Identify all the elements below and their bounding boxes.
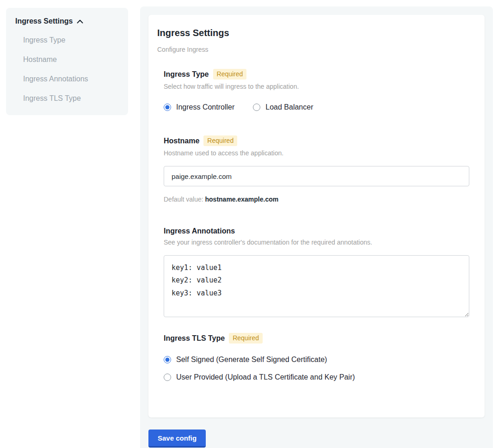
section-ingress-annotations: Ingress Annotations See your ingress con… — [164, 227, 469, 319]
required-badge: Required — [229, 333, 263, 344]
ingress-annotations-textarea[interactable]: key1: value1 key2: value2 key3: value3 — [164, 255, 469, 317]
sidebar-group-label: Ingress Settings — [15, 17, 73, 25]
section-head: Ingress Type Required — [164, 69, 469, 80]
required-badge: Required — [213, 69, 247, 80]
radio-icon[interactable] — [164, 356, 171, 363]
chevron-up-icon — [77, 19, 83, 24]
sidebar-item-ingress-annotations[interactable]: Ingress Annotations — [23, 74, 119, 84]
radio-option-load-balancer[interactable]: Load Balancer — [253, 103, 313, 111]
radio-option-self-signed[interactable]: Self Signed (Generate Self Signed Certif… — [164, 356, 469, 364]
radio-label: User Provided (Upload a TLS Certificate … — [176, 373, 355, 381]
radio-option-ingress-controller[interactable]: Ingress Controller — [164, 103, 234, 111]
section-title: Ingress TLS Type — [164, 334, 225, 343]
tls-type-options: Self Signed (Generate Self Signed Certif… — [164, 356, 469, 381]
radio-icon[interactable] — [253, 104, 260, 111]
save-config-button[interactable]: Save config — [148, 430, 206, 448]
sidebar-item-ingress-type[interactable]: Ingress Type — [23, 35, 119, 45]
section-help: Select how traffic will ingress to the a… — [164, 83, 469, 90]
default-value-prefix: Default value: — [164, 196, 203, 203]
hostname-default-value: Default value: hostname.example.com — [164, 196, 469, 203]
section-help: See your ingress controller's documentat… — [164, 239, 469, 246]
config-nav-sidebar: Ingress Settings Ingress Type Hostname I… — [6, 8, 128, 115]
radio-icon[interactable] — [164, 104, 171, 111]
sidebar-item-ingress-tls-type[interactable]: Ingress TLS Type — [23, 93, 119, 103]
ingress-settings-card: Ingress Settings Configure Ingress Ingre… — [148, 15, 485, 417]
page-layout: Ingress Settings Ingress Type Hostname I… — [0, 0, 504, 448]
radio-label: Load Balancer — [265, 103, 313, 111]
section-head: Ingress Annotations — [164, 227, 469, 235]
ingress-type-options: Ingress Controller Load Balancer — [164, 103, 469, 111]
required-badge: Required — [203, 135, 237, 146]
section-ingress-tls-type: Ingress TLS Type Required Self Signed (G… — [164, 333, 469, 381]
section-title: Ingress Type — [164, 70, 209, 79]
section-head: Hostname Required — [164, 135, 469, 146]
hostname-input[interactable] — [164, 166, 469, 186]
section-title: Ingress Annotations — [164, 227, 235, 235]
section-hostname: Hostname Required Hostname used to acces… — [164, 135, 469, 203]
section-help: Hostname used to access the application. — [164, 149, 469, 157]
config-main-panel: Ingress Settings Configure Ingress Ingre… — [140, 6, 493, 448]
radio-label: Ingress Controller — [176, 103, 234, 111]
sidebar-group-ingress-settings[interactable]: Ingress Settings — [15, 17, 119, 25]
radio-icon[interactable] — [164, 374, 171, 381]
section-ingress-type: Ingress Type Required Select how traffic… — [164, 69, 469, 111]
card-subtitle: Configure Ingress — [157, 46, 469, 53]
card-title: Ingress Settings — [157, 28, 469, 38]
sidebar-item-hostname[interactable]: Hostname — [23, 55, 119, 64]
radio-option-user-provided[interactable]: User Provided (Upload a TLS Certificate … — [164, 373, 469, 381]
section-title: Hostname — [164, 137, 199, 145]
section-head: Ingress TLS Type Required — [164, 333, 469, 344]
radio-label: Self Signed (Generate Self Signed Certif… — [176, 356, 327, 364]
default-value-text: hostname.example.com — [205, 196, 279, 203]
